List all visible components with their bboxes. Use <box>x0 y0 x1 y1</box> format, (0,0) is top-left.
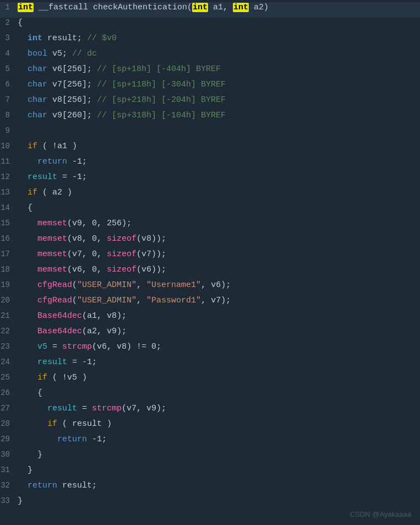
token-punct: (v6)); <box>137 265 166 274</box>
token-fn-call: memset <box>37 250 67 259</box>
line-number: 1 <box>0 3 15 12</box>
line-code: char v7[256]; // [sp+118h] [-304h] BYREF <box>15 80 420 89</box>
token-punct <box>18 250 37 259</box>
code-line: 15 memset(v9, 0, 256); <box>0 218 420 234</box>
token-punct <box>18 419 47 429</box>
token-punct: v9[260]; <box>47 111 97 120</box>
token-fn-call: memset <box>37 219 67 228</box>
token-kw-return: return <box>57 435 87 444</box>
code-line: 31 } <box>0 465 420 480</box>
token-punct <box>18 280 37 290</box>
line-code: return result; <box>15 481 420 490</box>
token-punct: (v7, 0, <box>67 250 107 259</box>
line-number: 5 <box>0 64 15 73</box>
token-kw-char: char <box>28 95 47 105</box>
token-fn-call: Base64dec <box>37 311 82 321</box>
line-code: { <box>15 18 420 28</box>
token-comment: // [sp+118h] [-304h] BYREF <box>97 80 226 89</box>
token-kw-if: if <box>28 188 37 197</box>
token-kw-char: char <box>28 64 47 74</box>
token-punct: ( !a1 ) <box>37 142 77 151</box>
token-comment: // [sp+318h] [-104h] BYREF <box>97 111 226 120</box>
code-line: 1int __fastcall checkAuthentication(int … <box>0 2 420 18</box>
line-number: 31 <box>0 466 15 474</box>
token-kw-char: char <box>28 111 47 120</box>
token-punct: a2) <box>249 3 269 12</box>
token-fn-call: cfgRead <box>37 296 72 305</box>
line-number: 17 <box>0 250 15 258</box>
line-code: } <box>15 466 420 475</box>
line-code: result = -1; <box>15 172 420 182</box>
token-comment: // [sp+218h] [-204h] BYREF <box>97 95 226 105</box>
token-punct: } <box>18 466 32 475</box>
code-line: 33} <box>0 496 420 511</box>
line-number: 22 <box>0 327 15 335</box>
line-code: char v8[256]; // [sp+218h] [-204h] BYREF <box>15 95 420 105</box>
token-punct: v7[256]; <box>47 80 97 89</box>
token-punct: result; <box>42 34 87 43</box>
token-str: "USER_ADMIN" <box>77 280 137 290</box>
code-line: 22 Base64dec(a2, v9); <box>0 326 420 342</box>
token-punct: , <box>137 296 146 305</box>
token-punct: a1, <box>208 3 233 12</box>
code-line: 8 char v9[260]; // [sp+318h] [-104h] BYR… <box>0 110 420 126</box>
token-punct: -1; <box>67 157 87 166</box>
token-punct: v5; <box>47 49 72 58</box>
code-line: 2{ <box>0 18 420 33</box>
token-kw-if: if <box>47 419 57 429</box>
line-code: { <box>15 388 420 398</box>
token-fn-call: sizeof <box>107 234 137 243</box>
token-fn-call: strcmp <box>92 404 122 413</box>
line-number: 27 <box>0 404 15 413</box>
token-punct: (a1, v8); <box>82 311 127 321</box>
token-fn-call: sizeof <box>107 265 137 274</box>
line-code: if ( a2 ) <box>15 188 420 197</box>
line-code: result = -1; <box>15 358 420 367</box>
token-punct <box>18 80 28 89</box>
line-code: char v9[260]; // [sp+318h] [-104h] BYREF <box>15 111 420 120</box>
line-code: memset(v7, 0, sizeof(v7)); <box>15 250 420 259</box>
line-number: 15 <box>0 219 15 228</box>
line-code: Base64dec(a1, v8); <box>15 311 420 321</box>
line-number: 7 <box>0 95 15 104</box>
token-kw-return: return <box>28 481 57 490</box>
token-punct <box>18 265 37 274</box>
line-number: 33 <box>0 496 15 505</box>
token-punct: ( !v5 ) <box>47 373 87 382</box>
token-var: v5 <box>37 342 47 351</box>
token-str: "Password1" <box>146 296 201 305</box>
line-code: { <box>15 203 420 213</box>
token-punct: -1; <box>87 435 107 444</box>
line-number: 8 <box>0 111 15 120</box>
code-line: 24 result = -1; <box>0 357 420 372</box>
line-number: 3 <box>0 34 15 42</box>
code-line: 27 result = strcmp(v7, v9); <box>0 403 420 419</box>
line-number: 23 <box>0 342 15 351</box>
line-number: 12 <box>0 172 15 181</box>
code-line: 32 return result; <box>0 480 420 496</box>
token-punct: , v6); <box>201 280 231 290</box>
token-fn-call: memset <box>37 234 67 243</box>
token-punct <box>18 373 37 382</box>
line-code: bool v5; // dc <box>15 49 420 58</box>
code-line: 7 char v8[256]; // [sp+218h] [-204h] BYR… <box>0 95 420 110</box>
code-line: 5 char v6[256]; // [sp+18h] [-404h] BYRE… <box>0 64 420 79</box>
token-punct <box>18 404 47 413</box>
token-punct: { <box>18 18 23 28</box>
token-comment: // dc <box>72 49 97 58</box>
token-punct: , v7); <box>201 296 231 305</box>
code-line: 19 cfgRead("USER_ADMIN", "Username1", v6… <box>0 280 420 295</box>
token-punct <box>18 34 28 43</box>
token-kw-char: char <box>28 80 47 89</box>
code-line: 14 { <box>0 203 420 218</box>
token-fn-call: sizeof <box>107 250 137 259</box>
token-punct: __fastcall checkAuthentication( <box>34 3 192 12</box>
token-punct: result; <box>57 481 97 490</box>
token-str: "Username1" <box>146 280 201 290</box>
token-punct: = -1; <box>57 172 87 182</box>
token-punct <box>18 481 28 490</box>
token-kw-if: if <box>28 142 37 151</box>
token-punct: } <box>18 496 23 506</box>
token-comment: // $v0 <box>87 34 117 43</box>
line-code: cfgRead("USER_ADMIN", "Username1", v6); <box>15 280 420 290</box>
